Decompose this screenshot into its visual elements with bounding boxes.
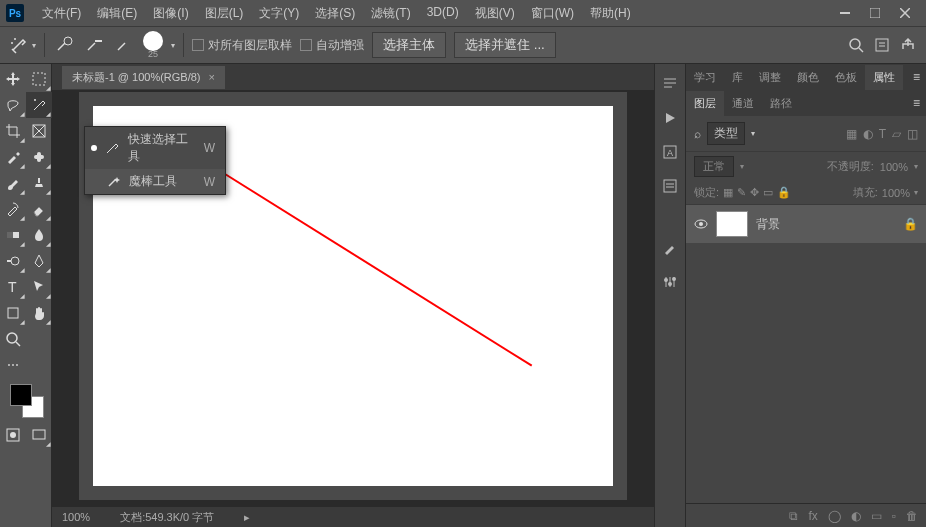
share-icon[interactable] (900, 37, 916, 53)
menu-file[interactable]: 文件(F) (34, 1, 89, 26)
filter-image-icon[interactable]: ▦ (846, 127, 857, 141)
select-and-mask-button[interactable]: 选择并遮住 ... (454, 32, 556, 58)
new-layer-icon[interactable]: ▫ (892, 509, 896, 523)
tab-layers[interactable]: 图层 (686, 91, 724, 116)
blend-mode-select[interactable]: 正常 (694, 156, 734, 177)
opacity-value[interactable]: 100% (880, 161, 908, 173)
document-tab[interactable]: 未标题-1 @ 100%(RGB/8) × (62, 66, 225, 89)
adjustments-icon[interactable] (660, 272, 680, 292)
doc-info[interactable]: 文档:549.3K/0 字节 (120, 510, 214, 525)
tab-adjustments[interactable]: 调整 (751, 65, 789, 90)
gradient-tool[interactable]: ◢ (0, 222, 26, 248)
layer-row[interactable]: 背景 🔒 (686, 205, 926, 243)
marquee-tool[interactable]: ◢ (26, 66, 52, 92)
fill-value[interactable]: 100% (882, 187, 910, 199)
group-icon[interactable]: ▭ (871, 509, 882, 523)
tab-libraries[interactable]: 库 (724, 65, 751, 90)
visibility-icon[interactable] (694, 217, 708, 231)
subtract-selection-icon[interactable] (83, 34, 105, 56)
menu-layer[interactable]: 图层(L) (197, 1, 252, 26)
sample-all-layers-checkbox[interactable]: 对所有图层取样 (192, 37, 292, 54)
tab-paths[interactable]: 路径 (762, 91, 800, 116)
tab-color[interactable]: 颜色 (789, 65, 827, 90)
pen-tool[interactable]: ◢ (26, 248, 52, 274)
eyedropper-tool[interactable]: ◢ (0, 144, 26, 170)
quick-mask-button[interactable] (0, 422, 26, 448)
path-selection-tool[interactable]: ◢ (26, 274, 52, 300)
minimize-button[interactable] (830, 3, 860, 23)
chevron-down-icon[interactable]: ▾ (740, 162, 744, 171)
menu-edit[interactable]: 编辑(E) (89, 1, 145, 26)
filter-shape-icon[interactable]: ▱ (892, 127, 901, 141)
tab-properties[interactable]: 属性 (865, 65, 903, 90)
flyout-quick-select[interactable]: 快速选择工具 W (85, 127, 225, 169)
select-subject-button[interactable]: 选择主体 (372, 32, 446, 58)
clone-stamp-tool[interactable]: ◢ (26, 170, 52, 196)
close-button[interactable] (890, 3, 920, 23)
lock-artboard-icon[interactable]: ▭ (763, 186, 773, 199)
lock-position-icon[interactable]: ✥ (750, 186, 759, 199)
lasso-tool[interactable]: ◢ (0, 92, 26, 118)
foreground-swatch[interactable] (10, 384, 32, 406)
brush-tool[interactable]: ◢ (0, 170, 26, 196)
chevron-down-icon[interactable]: ▾ (171, 41, 175, 50)
add-to-selection-icon[interactable] (53, 34, 75, 56)
tab-channels[interactable]: 通道 (724, 91, 762, 116)
filter-type-select[interactable]: 类型 (707, 122, 745, 145)
fx-icon[interactable]: fx (808, 509, 817, 523)
brush-preview[interactable]: 25 (143, 31, 163, 59)
close-tab-icon[interactable]: × (209, 71, 215, 83)
link-layers-icon[interactable]: ⧉ (789, 509, 798, 523)
doclist-icon[interactable] (874, 37, 890, 53)
tab-swatches[interactable]: 色板 (827, 65, 865, 90)
layer-thumbnail[interactable] (716, 211, 748, 237)
maximize-button[interactable] (860, 3, 890, 23)
chevron-down-icon[interactable]: ▾ (914, 188, 918, 197)
flyout-magic-wand[interactable]: 魔棒工具 W (85, 169, 225, 194)
edit-toolbar[interactable]: ⋯ (0, 352, 26, 378)
quick-selection-tool[interactable]: ◢ (26, 92, 52, 118)
delete-layer-icon[interactable]: 🗑 (906, 509, 918, 523)
brush-settings-icon[interactable] (660, 238, 680, 258)
menu-window[interactable]: 窗口(W) (523, 1, 582, 26)
menu-view[interactable]: 视图(V) (467, 1, 523, 26)
shape-tool[interactable]: ◢ (0, 300, 26, 326)
chevron-right-icon[interactable]: ▸ (244, 511, 250, 524)
zoom-tool[interactable] (0, 326, 26, 352)
healing-brush-tool[interactable]: ◢ (26, 144, 52, 170)
blur-tool[interactable]: ◢ (26, 222, 52, 248)
panel-menu-icon[interactable]: ≡ (907, 96, 926, 110)
new-selection-icon[interactable] (113, 34, 135, 56)
layer-name[interactable]: 背景 (756, 216, 780, 233)
screen-mode-button[interactable]: ◢ (26, 422, 52, 448)
zoom-level[interactable]: 100% (62, 511, 90, 523)
chevron-down-icon[interactable]: ▾ (914, 162, 918, 171)
tool-preset[interactable]: ▾ (10, 36, 36, 54)
color-swatches[interactable] (0, 382, 52, 422)
menu-type[interactable]: 文字(Y) (251, 1, 307, 26)
lock-all-icon[interactable]: 🔒 (777, 186, 791, 199)
paragraph-styles-icon[interactable] (660, 74, 680, 94)
play-icon[interactable] (660, 108, 680, 128)
crop-tool[interactable]: ◢ (0, 118, 26, 144)
filter-smart-icon[interactable]: ◫ (907, 127, 918, 141)
frame-tool[interactable] (26, 118, 52, 144)
mask-icon[interactable]: ◯ (828, 509, 841, 523)
menu-help[interactable]: 帮助(H) (582, 1, 639, 26)
search-icon[interactable] (848, 37, 864, 53)
hand-tool[interactable]: ◢ (26, 300, 52, 326)
lock-transparent-icon[interactable]: ▦ (723, 186, 733, 199)
menu-select[interactable]: 选择(S) (307, 1, 363, 26)
character-icon[interactable]: A (660, 142, 680, 162)
filter-type-icon[interactable]: T (879, 127, 886, 141)
menu-image[interactable]: 图像(I) (145, 1, 196, 26)
auto-enhance-checkbox[interactable]: 自动增强 (300, 37, 364, 54)
chevron-down-icon[interactable]: ▾ (751, 129, 755, 138)
lock-image-icon[interactable]: ✎ (737, 186, 746, 199)
type-tool[interactable]: T◢ (0, 274, 26, 300)
eraser-tool[interactable]: ◢ (26, 196, 52, 222)
paragraph-icon[interactable] (660, 176, 680, 196)
move-tool[interactable] (0, 66, 26, 92)
panel-menu-icon[interactable]: ≡ (907, 70, 926, 84)
menu-filter[interactable]: 滤镜(T) (363, 1, 418, 26)
